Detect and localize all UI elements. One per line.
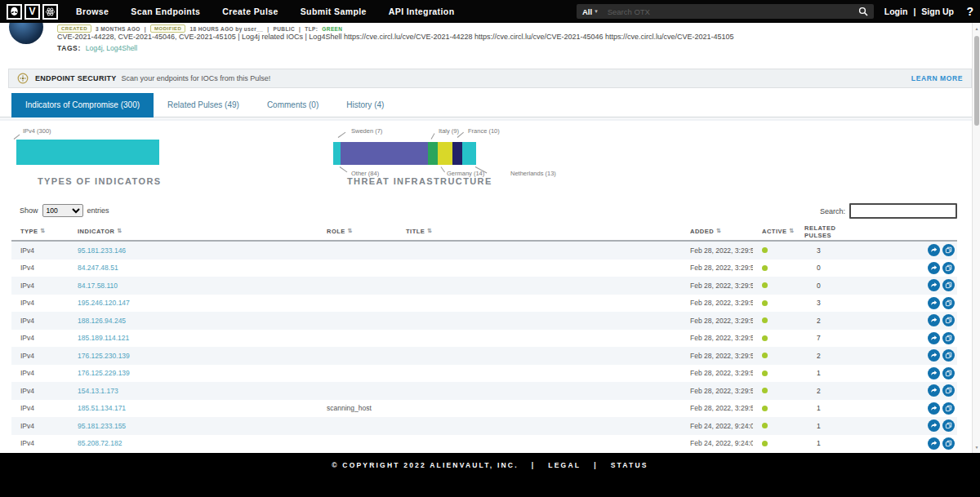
column-header-type[interactable]: TYPE⇅	[11, 228, 69, 235]
bar-segment-sweden[interactable]	[333, 142, 341, 165]
copy-indicator-button[interactable]	[942, 367, 955, 379]
copy-indicator-button[interactable]	[942, 279, 955, 291]
menu-scan-endpoints[interactable]: Scan Endpoints	[131, 7, 200, 16]
active-status-dot	[762, 371, 768, 376]
share-indicator-button[interactable]	[928, 332, 940, 344]
column-header-title[interactable]: TITLE⇅	[397, 228, 681, 235]
column-header-indicator[interactable]: INDICATOR⇅	[69, 228, 318, 235]
share-indicator-button[interactable]	[928, 244, 940, 256]
indicator-link[interactable]: 84.17.58.110	[78, 282, 118, 290]
copy-indicator-button[interactable]	[942, 349, 955, 362]
copy-indicator-button[interactable]	[942, 384, 955, 397]
sort-icon[interactable]: ⇅	[790, 228, 795, 234]
scroll-down-icon[interactable]: ▼	[973, 445, 980, 450]
top-nav-bar: V Browse Scan Endpoints Create Pulse Sub…	[0, 0, 980, 23]
indicator-link[interactable]: 185.189.114.121	[78, 334, 129, 342]
share-indicator-button[interactable]	[928, 297, 940, 309]
global-search-input[interactable]	[606, 7, 858, 17]
share-indicator-button[interactable]	[928, 402, 940, 415]
share-indicator-button[interactable]	[928, 367, 940, 379]
login-link[interactable]: Login	[884, 7, 908, 16]
cell-indicator: 95.181.233.155	[69, 422, 318, 430]
cell-added: Feb 28, 2022, 3:29:56 PM	[681, 369, 753, 377]
bar-segment-ipv4[interactable]	[16, 140, 159, 165]
sort-icon[interactable]: ⇅	[427, 228, 432, 234]
tags-values[interactable]: Log4j, Log4Shell	[86, 44, 137, 52]
sort-icon[interactable]: ⇅	[117, 228, 122, 234]
indicator-link[interactable]: 176.125.230.139	[78, 352, 130, 360]
scrollbar-thumb[interactable]	[974, 36, 979, 126]
cell-type: IPv4	[11, 387, 69, 395]
copy-indicator-button[interactable]	[942, 314, 955, 326]
share-indicator-button[interactable]	[928, 314, 940, 326]
copy-indicator-button[interactable]	[942, 332, 955, 344]
bar-segment-netherlands[interactable]	[462, 142, 476, 165]
learn-more-link[interactable]: LEARN MORE	[911, 74, 963, 82]
types-chart-callout-label: IPv4 (300)	[23, 127, 51, 135]
indicator-link[interactable]: 188.126.94.245	[78, 317, 126, 325]
column-header-role[interactable]: ROLE⇅	[318, 228, 397, 235]
tab-related-pulses[interactable]: Related Pulses (49)	[154, 93, 253, 118]
column-header-active[interactable]: ACTIVE⇅	[753, 228, 795, 235]
status-link[interactable]: STATUS	[611, 461, 648, 469]
share-indicator-button[interactable]	[928, 349, 940, 362]
active-status-dot	[762, 406, 768, 411]
sort-icon[interactable]: ⇅	[716, 228, 721, 234]
indicator-link[interactable]: 176.125.229.139	[78, 369, 130, 377]
indicator-link[interactable]: 95.181.233.155	[78, 422, 126, 430]
global-search-box: All ▾	[577, 4, 874, 19]
sort-icon[interactable]: ⇅	[41, 228, 46, 234]
help-icon[interactable]: ?	[966, 0, 973, 23]
table-row: IPv4154.13.1.173Feb 28, 2022, 3:29:56 PM…	[11, 382, 957, 400]
tab-history[interactable]: History (4)	[332, 93, 398, 118]
cell-actions	[851, 367, 957, 379]
menu-submit-sample[interactable]: Submit Sample	[301, 7, 367, 16]
scroll-up-icon[interactable]: ▲	[973, 26, 980, 31]
menu-browse[interactable]: Browse	[76, 7, 109, 16]
cell-active	[753, 282, 795, 288]
cell-type: IPv4	[11, 246, 69, 255]
cell-type: IPv4	[11, 404, 69, 412]
indicator-link[interactable]: 85.208.72.182	[78, 439, 122, 447]
copy-indicator-button[interactable]	[942, 262, 955, 274]
cell-actions	[851, 297, 957, 309]
share-indicator-button[interactable]	[928, 437, 940, 450]
entries-select[interactable]: 100	[42, 204, 83, 217]
search-scope-dropdown[interactable]: All	[582, 7, 592, 16]
page-scrollbar[interactable]: ▲ ▼	[972, 23, 980, 453]
tab-comments[interactable]: Comments (0)	[253, 93, 332, 118]
cell-actions	[851, 332, 957, 344]
bar-segment-germany[interactable]	[438, 142, 452, 165]
table-search-input[interactable]	[849, 203, 957, 219]
column-header-related-pulses: RELATEDPULSES	[795, 223, 851, 239]
copy-indicator-button[interactable]	[942, 297, 955, 309]
copy-indicator-button[interactable]	[942, 244, 955, 256]
indicator-link[interactable]: 185.51.134.171	[78, 404, 126, 412]
share-indicator-button[interactable]	[928, 419, 940, 432]
types-bar	[16, 140, 159, 165]
copy-indicator-button[interactable]	[942, 437, 955, 450]
column-header-added[interactable]: ADDED⇅	[681, 228, 753, 235]
cell-indicator: 188.126.94.245	[69, 317, 318, 325]
search-icon[interactable]	[858, 7, 868, 16]
indicator-link[interactable]: 95.181.233.146	[78, 246, 126, 255]
legal-link[interactable]: LEGAL	[548, 461, 581, 469]
indicator-link[interactable]: 84.247.48.51	[78, 264, 118, 272]
share-indicator-button[interactable]	[928, 384, 940, 397]
copy-indicator-button[interactable]	[942, 419, 955, 432]
share-indicator-button[interactable]	[928, 262, 940, 274]
active-status-dot	[762, 353, 768, 358]
copy-indicator-button[interactable]	[942, 402, 955, 415]
otx-logo[interactable]: V	[7, 4, 58, 20]
bar-segment-other[interactable]	[341, 142, 428, 165]
sort-icon[interactable]: ⇅	[348, 228, 353, 234]
indicator-link[interactable]: 154.13.1.173	[78, 387, 118, 395]
share-indicator-button[interactable]	[928, 279, 940, 291]
tab-indicators-of-compromise[interactable]: Indicators of Compromise (300)	[11, 93, 154, 118]
signup-link[interactable]: Sign Up	[921, 7, 954, 16]
bar-segment-italy[interactable]	[428, 142, 438, 165]
menu-api-integration[interactable]: API Integration	[389, 7, 455, 16]
bar-segment-france[interactable]	[452, 142, 463, 165]
indicator-link[interactable]: 195.246.120.147	[78, 299, 130, 307]
menu-create-pulse[interactable]: Create Pulse	[222, 7, 278, 16]
